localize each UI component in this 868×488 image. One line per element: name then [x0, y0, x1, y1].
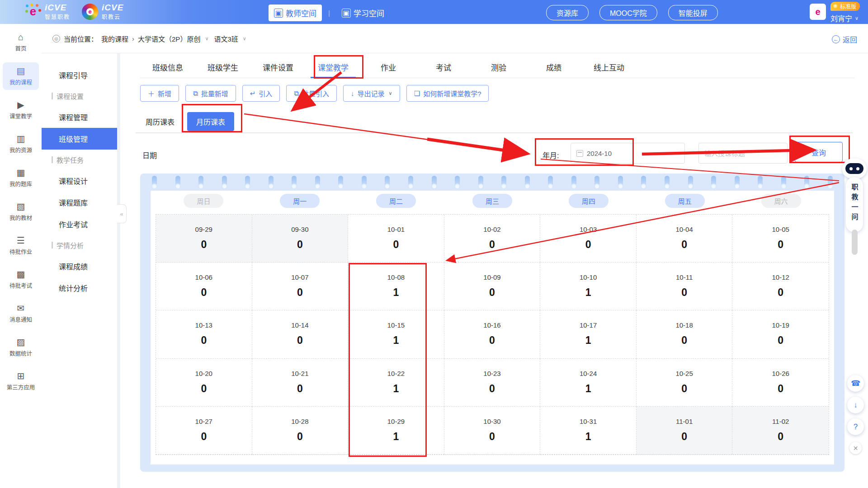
calendar-cell-10-07[interactable]: 10-070: [252, 263, 349, 310]
quicklink-2[interactable]: 智能投屏: [668, 5, 718, 20]
toolbar-button-1[interactable]: ⧉批量新增: [185, 85, 236, 102]
assistant-handle[interactable]: [852, 230, 858, 255]
menu-item-9[interactable]: 课程成绩: [42, 255, 117, 277]
calendar-cell-11-01[interactable]: 11-010: [637, 407, 733, 455]
calendar-cell-10-24[interactable]: 10-241: [540, 359, 637, 407]
weekday-header-0[interactable]: 周日: [184, 194, 223, 208]
breadcrumb-course-select[interactable]: 大学语文（2P）原创: [138, 34, 200, 43]
avatar[interactable]: e: [810, 4, 826, 20]
tab-0[interactable]: 班级信息: [140, 53, 195, 78]
sidebar-item-4[interactable]: ▦我的题库: [3, 164, 39, 192]
calendar-cell-10-04[interactable]: 10-040: [637, 215, 733, 263]
calendar-cell-10-29[interactable]: 10-291: [348, 407, 444, 455]
calendar-cell-10-10[interactable]: 10-101: [540, 263, 637, 310]
assistant-widget[interactable]: 职教一问: [841, 158, 868, 255]
calendar-cell-10-25[interactable]: 10-250: [637, 359, 733, 407]
sidebar-item-9[interactable]: ▨数据统计: [3, 333, 39, 361]
breadcrumb-class-select[interactable]: 语文3班: [214, 34, 238, 43]
sidebar-item-0[interactable]: ⌂首页: [3, 28, 39, 56]
calendar-cell-10-14[interactable]: 10-140: [252, 310, 349, 358]
sidebar-item-2[interactable]: ▶课堂教学: [3, 96, 39, 124]
tab-3[interactable]: 课堂教学: [306, 53, 361, 78]
toolbar-button-0[interactable]: ＋新增: [140, 85, 179, 102]
weekday-header-2[interactable]: 周二: [376, 194, 416, 208]
view-tab-0[interactable]: 周历课表: [146, 116, 175, 127]
tab-5[interactable]: 考试: [416, 53, 471, 78]
calendar-cell-10-16[interactable]: 10-160: [444, 310, 541, 358]
calendar-cell-10-17[interactable]: 10-171: [540, 310, 637, 358]
calendar-cell-10-01[interactable]: 10-010: [348, 215, 444, 263]
download-icon[interactable]: ↓: [847, 397, 864, 413]
menu-item-6[interactable]: 课程题库: [42, 192, 117, 213]
user-area[interactable]: e 标准版 刘宵宁∨: [810, 2, 860, 23]
calendar-cell-10-12[interactable]: 10-120: [732, 263, 829, 310]
weekday-header-3[interactable]: 周三: [472, 194, 512, 208]
calendar-cell-10-11[interactable]: 10-110: [637, 263, 733, 310]
view-tab-1[interactable]: 月历课表: [187, 112, 234, 131]
calendar-cell-10-13[interactable]: 10-130: [156, 310, 252, 358]
back-button[interactable]: ← 返回: [832, 34, 857, 45]
calendar-cell-10-19[interactable]: 10-190: [732, 310, 829, 358]
calendar-cell-09-30[interactable]: 09-300: [252, 215, 349, 263]
lesson-title-input[interactable]: [698, 143, 788, 164]
nav-teacher-space[interactable]: ▣教师空间: [269, 5, 322, 21]
toolbar-button-3[interactable]: ⧉批量引入: [286, 85, 337, 102]
nav-learning-space[interactable]: ▣学习空间: [336, 5, 390, 21]
tab-2[interactable]: 课件设置: [250, 53, 306, 78]
calendar-cell-10-20[interactable]: 10-200: [156, 359, 252, 407]
toolbar-button-2[interactable]: ↵引入: [242, 85, 280, 102]
query-button[interactable]: 查询: [795, 142, 843, 162]
quicklink-0[interactable]: 资源库: [546, 5, 589, 20]
calendar-cell-11-02[interactable]: 11-020: [732, 407, 829, 455]
calendar-cell-10-02[interactable]: 10-020: [444, 215, 541, 263]
quicklink-1[interactable]: MOOC学院: [599, 5, 657, 20]
tab-4[interactable]: 作业: [361, 53, 416, 78]
assistant-label[interactable]: 职教一问: [846, 177, 863, 232]
calendar-cell-09-29[interactable]: 09-290: [156, 215, 252, 263]
sidebar-item-1[interactable]: ▤我的课程: [3, 62, 39, 90]
month-picker[interactable]: 2024-10: [571, 143, 685, 164]
menu-item-10[interactable]: 统计分析: [42, 277, 117, 299]
tab-1[interactable]: 班级学生: [195, 53, 250, 78]
calendar-cell-10-03[interactable]: 10-030: [540, 215, 637, 263]
calendar-cell-10-06[interactable]: 10-060: [156, 263, 252, 310]
tab-7[interactable]: 成绩: [526, 53, 581, 78]
sidebar-item-3[interactable]: ▥我的资源: [3, 130, 39, 158]
toolbar-button-4[interactable]: ↓导出记录∨: [343, 85, 400, 102]
menu-item-5[interactable]: 课程设计: [42, 170, 117, 192]
sidebar-item-8[interactable]: ✉消息通知: [3, 300, 39, 327]
username[interactable]: 刘宵宁∨: [830, 13, 859, 23]
weekday-header-1[interactable]: 周一: [280, 194, 320, 208]
calendar-cell-10-26[interactable]: 10-260: [732, 359, 829, 407]
calendar-cell-10-05[interactable]: 10-050: [732, 215, 829, 263]
calendar-cell-10-08[interactable]: 10-081: [348, 263, 444, 310]
calendar-cell-10-21[interactable]: 10-210: [252, 359, 349, 407]
menu-item-3[interactable]: 班级管理: [42, 128, 117, 150]
menu-item-2[interactable]: 课程管理: [42, 106, 117, 128]
tab-6[interactable]: 测验: [471, 53, 526, 78]
tab-8[interactable]: 线上互动: [581, 53, 637, 78]
sidebar-item-6[interactable]: ☰待批作业: [3, 232, 39, 259]
weekday-header-5[interactable]: 周五: [665, 194, 705, 208]
calendar-cell-10-30[interactable]: 10-300: [444, 407, 541, 455]
calendar-cell-10-22[interactable]: 10-221: [348, 359, 444, 407]
toolbar-button-5[interactable]: ❏如何新增课堂教学?: [406, 85, 489, 102]
calendar-cell-10-27[interactable]: 10-270: [156, 407, 252, 455]
sidebar-item-5[interactable]: ▧我的教材: [3, 198, 39, 225]
close-icon[interactable]: ✕: [849, 442, 862, 454]
collapse-menu-handle[interactable]: «: [117, 204, 127, 223]
calendar-cell-10-18[interactable]: 10-180: [637, 310, 733, 358]
weekday-header-6[interactable]: 周六: [761, 194, 801, 208]
help-icon[interactable]: ?: [847, 418, 864, 435]
calendar-cell-10-23[interactable]: 10-230: [444, 359, 541, 407]
menu-item-0[interactable]: 课程引导: [42, 64, 117, 86]
calendar-cell-10-28[interactable]: 10-280: [252, 407, 349, 455]
sidebar-item-10[interactable]: ⊞第三方应用: [3, 367, 39, 395]
calendar-cell-10-15[interactable]: 10-151: [348, 310, 444, 358]
weekday-header-4[interactable]: 周四: [569, 194, 609, 208]
calendar-cell-10-09[interactable]: 10-090: [444, 263, 541, 310]
calendar-cell-10-31[interactable]: 10-311: [540, 407, 637, 455]
menu-item-7[interactable]: 作业考试: [42, 213, 117, 235]
breadcrumb-my-courses[interactable]: 我的课程: [101, 34, 128, 43]
support-icon[interactable]: ☎: [847, 375, 864, 392]
